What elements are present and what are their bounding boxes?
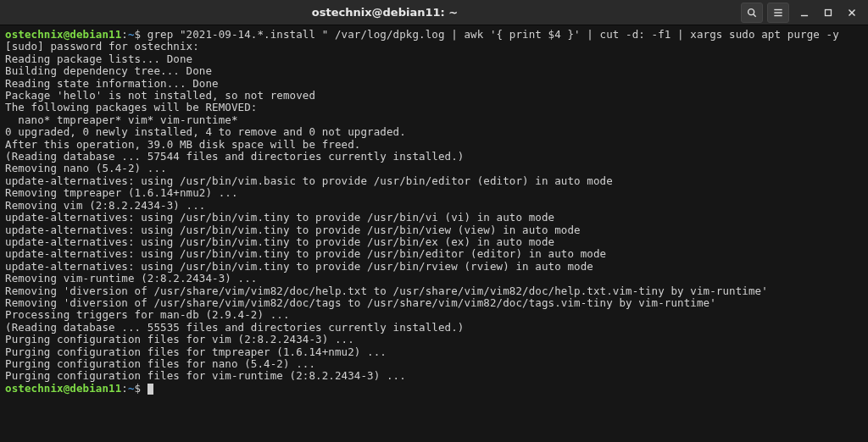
- terminal-output-line: [sudo] password for ostechnix:: [5, 41, 863, 52]
- terminal-output-line: update-alternatives: using /usr/bin/vim.…: [5, 175, 863, 187]
- menu-button[interactable]: [767, 3, 789, 23]
- terminal-output-line: Purging configuration files for tmpreape…: [5, 346, 863, 358]
- terminal-output-line: Purging configuration files for vim-runt…: [5, 370, 863, 382]
- terminal-output-line: 0 upgraded, 0 newly installed, 4 to remo…: [5, 126, 863, 138]
- cursor: [147, 384, 153, 395]
- window-titlebar: ostechnix@debian11: ~: [0, 0, 868, 25]
- maximize-button[interactable]: [817, 3, 839, 23]
- prompt-userhost: ostechnix@debian11: [5, 28, 121, 41]
- prompt-marker: $: [135, 382, 147, 395]
- terminal-viewport[interactable]: ostechnix@debian11:~$ grep "2021-09-14.*…: [0, 25, 868, 398]
- hamburger-icon: [772, 7, 784, 19]
- terminal-output-line: Building dependency tree... Done: [5, 65, 863, 77]
- terminal-output-line: update-alternatives: using /usr/bin/vim.…: [5, 248, 863, 260]
- minimize-icon: [798, 7, 810, 19]
- terminal-output-line: update-alternatives: using /usr/bin/vim.…: [5, 224, 863, 236]
- svg-line-1: [754, 14, 756, 16]
- close-icon: [846, 7, 858, 19]
- terminal-output-line: update-alternatives: using /usr/bin/vim.…: [5, 236, 863, 248]
- terminal-output-line: The following packages will be REMOVED:: [5, 102, 863, 113]
- maximize-icon: [822, 7, 834, 19]
- terminal-output-line: Removing vim (2:8.2.2434-3) ...: [5, 200, 863, 212]
- terminal-output-line: nano* tmpreaper* vim* vim-runtime*: [5, 114, 863, 126]
- terminal-output-line: Reading package lists... Done: [5, 53, 863, 65]
- terminal-output-line: Purging configuration files for nano (5.…: [5, 358, 863, 370]
- prompt-sep: :: [121, 382, 128, 395]
- terminal-output-line: Removing tmpreaper (1.6.14+nmu2) ...: [5, 187, 863, 199]
- svg-rect-6: [826, 9, 832, 15]
- terminal-output-line: update-alternatives: using /usr/bin/vim.…: [5, 212, 863, 224]
- prompt-marker: $: [135, 28, 147, 41]
- terminal-output-line: (Reading database ... 55535 files and di…: [5, 322, 863, 334]
- terminal-output-line: Processing triggers for man-db (2.9.4-2)…: [5, 309, 863, 321]
- prompt-line: ostechnix@debian11:~$: [5, 383, 863, 395]
- command-line: ostechnix@debian11:~$ grep "2021-09-14.*…: [5, 29, 863, 41]
- terminal-output-line: After this operation, 39.0 MB disk space…: [5, 139, 863, 151]
- terminal-output-line: Removing vim-runtime (2:8.2.2434-3) ...: [5, 273, 863, 285]
- terminal-output-line: update-alternatives: using /usr/bin/vim.…: [5, 261, 863, 273]
- close-button[interactable]: [841, 3, 863, 23]
- svg-point-0: [748, 8, 754, 14]
- prompt-path: ~: [128, 28, 135, 41]
- prompt-userhost: ostechnix@debian11: [5, 382, 121, 395]
- command-text: grep "2021-09-14.*.install " /var/log/dp…: [147, 28, 839, 41]
- terminal-output-line: Removing nano (5.4-2) ...: [5, 163, 863, 174]
- terminal-output-line: Package 'hello' is not installed, so not…: [5, 90, 863, 102]
- window-title: ostechnix@debian11: ~: [31, 6, 739, 19]
- terminal-output-line: (Reading database ... 57544 files and di…: [5, 151, 863, 163]
- terminal-output-line: Reading state information... Done: [5, 78, 863, 90]
- terminal-output-line: Purging configuration files for vim (2:8…: [5, 334, 863, 345]
- terminal-output-line: Removing 'diversion of /usr/share/vim/vi…: [5, 297, 863, 309]
- terminal-output-line: Removing 'diversion of /usr/share/vim/vi…: [5, 285, 863, 297]
- minimize-button[interactable]: [793, 3, 815, 23]
- search-icon: [746, 7, 758, 19]
- prompt-sep: :: [121, 28, 128, 41]
- prompt-path: ~: [128, 382, 135, 395]
- search-button[interactable]: [741, 3, 763, 23]
